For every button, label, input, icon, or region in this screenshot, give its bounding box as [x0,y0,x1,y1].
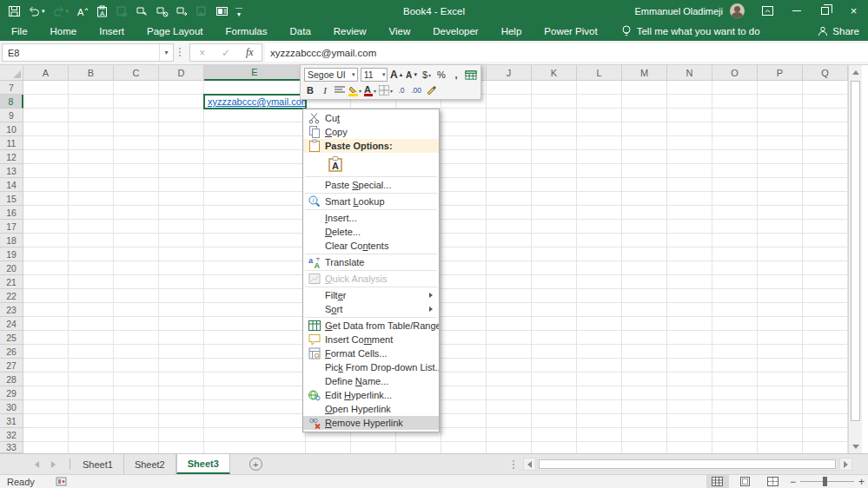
bold-button[interactable]: B [304,83,316,97]
comma-style-button[interactable]: , [450,68,462,82]
row-header-16[interactable]: 16 [0,206,23,220]
menu-item-paste-special[interactable]: Paste Special... [303,178,439,192]
borders-button[interactable]: ▾ [379,83,393,97]
row-header-23[interactable]: 23 [0,303,23,317]
row-header-13[interactable]: 13 [0,164,23,178]
grow-font-button[interactable]: A▲ [390,68,403,82]
share-button[interactable]: Share [818,26,859,36]
prev-sheet-icon[interactable] [35,461,39,468]
macro-record-icon[interactable] [56,477,67,486]
menu-item-get-data-from-table-range[interactable]: Get Data from Table/Range... [303,319,439,333]
cell-hyperlink[interactable]: xyzzzabccc@ymail.com [205,96,307,107]
user-avatar[interactable] [730,3,745,18]
column-header-E[interactable]: E [204,65,306,81]
row-header-19[interactable]: 19 [0,247,23,261]
row-header-26[interactable]: 26 [0,345,23,359]
scroll-left-icon[interactable] [523,458,536,471]
ribbon-tab-home[interactable]: Home [39,22,89,41]
trace-arrow-icon-2[interactable] [153,2,171,21]
column-header-Q[interactable]: Q [803,65,848,81]
vertical-scrollbar[interactable] [848,65,862,453]
row-header-29[interactable]: 29 [0,386,23,400]
horizontal-scrollbar[interactable] [537,458,838,471]
row-header-17[interactable]: 17 [0,220,23,234]
row-header-21[interactable]: 21 [0,275,23,289]
scroll-right-icon[interactable] [839,458,852,471]
menu-item-translate[interactable]: aATranslate [303,255,439,269]
user-name[interactable]: Emmanuel Oladimeji [635,6,723,16]
cancel-icon[interactable]: × [190,47,214,59]
normal-view-icon[interactable] [706,475,729,488]
name-box[interactable]: E8 ▾ [2,43,174,62]
fill-color-button[interactable]: ▾ [348,83,361,97]
column-header-J[interactable]: J [487,65,532,81]
percent-style-button[interactable]: % [435,68,447,82]
horizontal-scrollbar-thumb[interactable] [539,459,836,469]
ribbon-tab-power-pivot[interactable]: Power Pivot [533,22,608,41]
font-name-select[interactable]: Segoe UI ▾ [304,68,358,82]
italic-button[interactable]: I [319,83,331,97]
ribbon-tab-help[interactable]: Help [490,22,533,41]
column-header-C[interactable]: C [114,65,159,81]
trace-arrow-icon-3[interactable] [173,2,191,21]
ribbon-tab-page-layout[interactable]: Page Layout [136,22,215,41]
menu-item-pick-from-drop-down-list[interactable]: Pick From Drop-down List... [303,360,439,374]
font-color-button[interactable]: A ▾ [364,83,376,97]
paste-keep-formatting-icon[interactable]: A [325,154,346,175]
formula-input[interactable]: xyzzzabccc@ymail.com [265,43,868,62]
row-header-12[interactable]: 12 [0,150,23,164]
zoom-slider[interactable] [800,477,854,486]
customize-qat-icon[interactable]: —▾ [233,2,245,21]
accounting-format-button[interactable]: $▾ [421,68,433,82]
select-all-corner[interactable] [0,65,23,81]
sheet-tab-sheet3[interactable]: Sheet3 [176,454,230,474]
ribbon-tab-data[interactable]: Data [279,22,322,41]
zoom-slider-thumb[interactable] [823,477,827,486]
name-box-dropdown-icon[interactable]: ▾ [159,44,173,61]
align-icon[interactable] [334,83,346,97]
ribbon-tab-review[interactable]: Review [322,22,378,41]
redo-icon[interactable]: ▾ [50,2,72,21]
menu-item-cut[interactable]: Cut [303,111,439,125]
ribbon-tab-insert[interactable]: Insert [88,22,136,41]
next-sheet-icon[interactable] [51,461,56,468]
ribbon-tab-file[interactable]: File [0,22,39,41]
insert-cells-icon[interactable]: 12 [113,2,131,21]
menu-item-filter[interactable]: Filter [303,288,439,302]
save-icon[interactable] [5,2,23,21]
sheet-tab-sheet1[interactable]: Sheet1 [72,454,124,474]
trace-arrow-icon-1[interactable] [133,2,151,21]
menu-item-insert[interactable]: Insert... [303,211,439,225]
minimize-button[interactable] [782,0,811,22]
menu-item-clear-contents[interactable]: Clear Contents [303,239,439,253]
format-painter-icon[interactable] [425,83,437,97]
column-header-O[interactable]: O [712,65,758,81]
menu-item-copy[interactable]: Copy [303,125,439,139]
form-icon[interactable] [213,2,231,21]
paste-clipboard-icon[interactable]: A [93,2,111,21]
menu-item-edit-hyperlink[interactable]: Edit Hyperlink... [303,388,439,402]
sheet-tab-sheet2[interactable]: Sheet2 [124,454,176,474]
menu-item-insert-comment[interactable]: Insert Comment [303,333,439,346]
close-button[interactable]: × [839,0,868,22]
row-header-18[interactable]: 18 [0,234,23,247]
row-header-30[interactable]: 30 [0,400,23,414]
scroll-up-icon[interactable] [849,65,863,79]
column-header-M[interactable]: M [622,65,667,81]
row-header-33[interactable]: 33 [0,442,23,453]
row-header-24[interactable]: 24 [0,317,23,331]
menu-item-open-hyperlink[interactable]: Open Hyperlink [303,402,439,416]
row-header-32[interactable]: 32 [0,428,23,442]
column-header-K[interactable]: K [532,65,577,81]
column-header-A[interactable]: A [23,65,69,81]
scroll-down-icon[interactable] [849,439,863,453]
menu-item-define-name[interactable]: Define Name... [303,374,439,388]
row-header-8[interactable]: 8 [0,95,23,109]
page-layout-view-icon[interactable] [734,475,757,488]
column-header-D[interactable]: D [159,65,204,81]
menu-item-delete[interactable]: Delete... [303,225,439,239]
row-header-7[interactable]: 7 [0,81,23,95]
undo-icon[interactable]: ▾ [25,2,48,21]
scrollbar-resize-handle[interactable] [513,460,514,469]
column-header-L[interactable]: L [577,65,622,81]
